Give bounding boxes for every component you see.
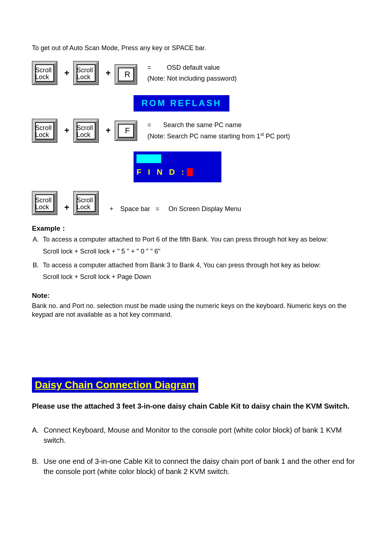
rom-reflash-box: ROM REFLASH <box>134 95 229 111</box>
svg-marker-24 <box>73 119 99 122</box>
hotkey-row-r: Scroll Lock + Scroll Lock + R = OSD defa… <box>32 61 360 85</box>
r-key: R <box>115 64 137 85</box>
svg-marker-12 <box>115 64 137 68</box>
note-text: (Note: Not including password) <box>147 74 237 83</box>
item-text: To access a computer attached from Bank … <box>43 261 320 270</box>
plus-icon: + <box>102 67 115 79</box>
hotkey-row-space: Scroll Lock + Scroll Lock + Space bar = … <box>32 191 360 215</box>
svg-marker-32 <box>115 137 137 141</box>
result-label: OSD default value <box>167 64 220 71</box>
scroll-lock-key: Scroll Lock <box>73 119 99 143</box>
item-text: To access a computer attached to Port 6 … <box>43 235 328 244</box>
result-text: = OSD default value (Note: Not including… <box>147 63 237 83</box>
note-text: (Note: Search PC name starting from 1st … <box>147 131 290 141</box>
list-item: B. To access a computer attached from Ba… <box>33 261 360 270</box>
svg-marker-6 <box>73 61 99 65</box>
section-heading: Daisy Chain Connection Diagram <box>32 377 198 393</box>
svg-marker-26 <box>73 139 99 143</box>
svg-marker-36 <box>32 191 57 195</box>
key-label: Scroll Lock <box>35 197 55 211</box>
list-item: B. Use one end of 3-in-one Cable Kit to … <box>32 456 360 477</box>
section-subheading: Please use the attached 3 feet 3-in-one … <box>32 401 360 412</box>
list-item: A. To access a computer attached to Port… <box>33 235 360 244</box>
plus-icon: + <box>60 202 73 213</box>
plus-icon: + <box>60 125 73 136</box>
plus-icon: + <box>105 205 119 212</box>
cyan-block-icon <box>136 154 161 163</box>
svg-marker-44 <box>73 211 99 215</box>
svg-marker-0 <box>32 61 57 65</box>
svg-marker-18 <box>32 119 57 122</box>
key-label: R <box>115 70 140 78</box>
item-label: A. <box>32 425 44 445</box>
svg-marker-42 <box>73 191 99 195</box>
cursor-icon <box>187 168 193 176</box>
f-key: F <box>115 121 137 141</box>
list-item: A. Connect Keyboard, Mouse and Monitor t… <box>32 425 360 445</box>
scroll-lock-key: Scroll Lock <box>73 61 99 85</box>
result-text: + Space bar = On Screen Display Menu <box>105 204 241 213</box>
item-label: B. <box>32 456 44 477</box>
equals-icon: = <box>147 64 158 71</box>
intro-text: To get out of Auto Scan Mode, Press any … <box>32 44 360 52</box>
item-sub: Scroll lock + Scroll lock + " 5 " + " 0 … <box>43 247 360 256</box>
key-label: Scroll Lock <box>35 67 55 81</box>
key-label: Scroll Lock <box>77 125 96 138</box>
plus-icon: + <box>102 125 115 136</box>
item-label: B. <box>33 261 43 270</box>
scroll-lock-key: Scroll Lock <box>32 61 57 85</box>
find-box: F I N D : <box>134 151 221 182</box>
item-label: A. <box>33 235 43 244</box>
find-label: F I N D : <box>136 167 186 178</box>
plus-icon: + <box>60 67 73 79</box>
svg-marker-20 <box>32 139 57 143</box>
equals-icon: = <box>147 121 158 129</box>
key-label: Scroll Lock <box>35 125 55 138</box>
result-label: Search the same PC name <box>163 121 242 129</box>
space-label: Space bar <box>121 205 150 212</box>
step-list: A. Connect Keyboard, Mouse and Monitor t… <box>32 425 360 477</box>
result-label: On Screen Display Menu <box>168 205 241 212</box>
example-list: A. To access a computer attached to Port… <box>33 235 360 281</box>
note-body: Bank no. and Port no. selection must be … <box>32 301 360 319</box>
scroll-lock-key: Scroll Lock <box>32 119 57 143</box>
key-label: F <box>115 126 140 135</box>
key-label: Scroll Lock <box>77 67 96 81</box>
scroll-lock-key: Scroll Lock <box>73 191 99 215</box>
svg-marker-38 <box>32 211 57 215</box>
note-heading: Note: <box>32 291 360 300</box>
hotkey-row-f: Scroll Lock + Scroll Lock + F = Search t… <box>32 119 360 143</box>
svg-marker-30 <box>115 121 137 124</box>
item-sub: Scroll lock + Scroll lock + Page Down <box>43 272 360 281</box>
example-heading: Example： <box>32 224 360 233</box>
svg-marker-8 <box>73 81 99 85</box>
svg-marker-2 <box>32 81 57 85</box>
equals-icon: = <box>156 205 160 212</box>
svg-marker-14 <box>115 81 137 85</box>
item-text: Connect Keyboard, Mouse and Monitor to t… <box>44 425 360 445</box>
key-label: Scroll Lock <box>77 197 96 211</box>
result-text: = Search the same PC name (Note: Search … <box>147 121 290 141</box>
item-text: Use one end of 3-in-one Cable Kit to con… <box>44 456 360 477</box>
scroll-lock-key: Scroll Lock <box>32 191 57 215</box>
